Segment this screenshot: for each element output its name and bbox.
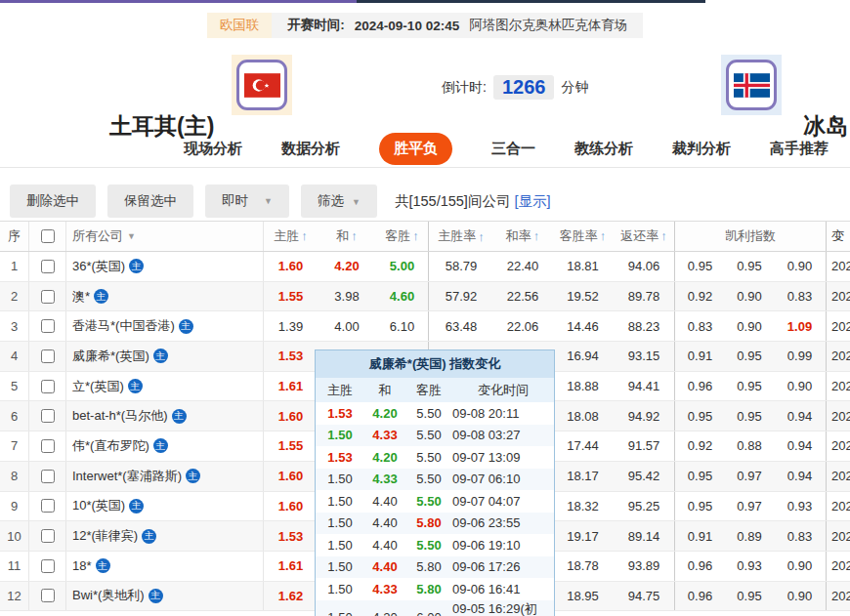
return-rate: 95.42 [614,469,674,483]
col-away-odds[interactable]: 客胜↑ [376,227,428,245]
return-rate: 94.92 [614,409,674,424]
row-checkbox[interactable] [41,589,55,602]
popup-home-odds: 1.50 [316,472,364,486]
row-checkbox[interactable] [41,319,55,333]
return-rate: 91.57 [614,438,674,453]
row-checkbox[interactable] [41,499,55,513]
row-checkbox[interactable] [41,439,55,453]
row-checkbox[interactable] [41,290,55,304]
league-badge[interactable]: 欧国联 [207,13,273,38]
tab-live-analysis[interactable]: 现场分析 [184,140,242,158]
change-time: 2024- [826,401,850,431]
company-cell[interactable]: 10*(英国)主 [66,492,264,521]
row-checkbox-cell [29,282,66,311]
countdown-unit: 分钟 [561,79,588,97]
away-win-rate: 18.32 [552,499,614,513]
company-cell[interactable]: Bwi*(奥地利)主 [66,582,264,611]
company-cell[interactable]: 18*主 [66,552,264,581]
company-home-icon[interactable]: 主 [153,349,168,363]
change-time: 2024- [826,342,850,371]
col-away-rate[interactable]: 客胜率↑ [552,227,614,245]
popup-away-odds: 6.00 [405,610,452,616]
col-draw-odds[interactable]: 和↑ [318,227,376,245]
home-odds: 1.60 [264,409,318,424]
row-checkbox-cell [29,252,66,281]
kelly-draw: 0.97 [725,499,774,513]
tab-data-analysis[interactable]: 数据分析 [281,140,340,158]
company-home-icon[interactable]: 主 [153,438,168,453]
company-home-icon[interactable]: 主 [129,259,144,273]
tab-coach-analysis[interactable]: 教练分析 [574,140,633,158]
company-cell[interactable]: 澳*主 [66,282,264,311]
company-home-icon[interactable]: 主 [186,469,200,483]
popup-row: 1.504.335.5009-08 03:27 [316,425,554,447]
row-checkbox[interactable] [41,380,55,393]
away-odds: 5.00 [376,259,428,273]
odds-change-popup: 威廉希*(英国) 指数变化 主胜 和 客胜 变化时间 1.534.205.500… [315,349,555,616]
row-checkbox-cell [29,521,66,551]
row-checkbox[interactable] [41,349,55,363]
company-cell[interactable]: 香港马*(中国香港)主 [66,311,264,341]
col-home-odds[interactable]: 主胜↑ [264,227,318,245]
popup-away-odds: 5.50 [405,472,452,486]
row-checkbox[interactable] [41,409,55,423]
company-cell[interactable]: 威廉希*(英国)主 [66,342,264,371]
company-cell[interactable]: 12*(菲律宾)主 [66,521,264,551]
turkey-flag-icon [244,73,280,98]
popup-draw-odds: 4.20 [364,406,405,421]
change-time: 2024- [826,252,850,281]
popup-away-odds: 5.80 [405,515,452,530]
company-cell[interactable]: 伟*(直布罗陀)主 [66,431,264,461]
home-flag [232,55,292,115]
chevron-down-icon: ▼ [264,196,273,206]
company-home-icon[interactable]: 主 [142,529,156,544]
popup-away-odds: 5.80 [405,559,452,574]
col-return-rate[interactable]: 返还率↑ [614,227,674,245]
row-checkbox-cell [29,492,66,521]
draw-rate: 22.06 [493,319,552,334]
company-home-icon[interactable]: 主 [96,558,110,573]
company-home-icon[interactable]: 主 [179,319,193,334]
select-all-checkbox[interactable] [41,229,55,243]
company-cell[interactable]: 立*(英国)主 [66,372,264,401]
company-cell[interactable]: 36*(英国)主 [66,252,264,281]
return-rate: 94.06 [614,259,674,273]
company-home-icon[interactable]: 主 [94,289,108,304]
row-checkbox-cell [29,401,66,431]
time-mode-select[interactable]: 即时 ▼ [205,185,289,218]
company-cell[interactable]: Interwet*(塞浦路斯)主 [66,462,264,491]
company-cell[interactable]: bet-at-h*(马尔他)主 [66,401,264,431]
return-rate: 93.15 [614,349,674,363]
company-home-icon[interactable]: 主 [129,499,144,513]
col-kelly-index: 凯利指数 [674,222,826,251]
filter-button[interactable]: 筛选▼ [301,185,377,218]
row-checkbox[interactable] [41,529,55,543]
tab-expert-picks[interactable]: 高手推荐 [770,140,829,158]
col-home-rate[interactable]: 主胜率↑ [428,222,493,251]
row-index: 8 [0,462,29,491]
tab-win-draw-lose[interactable]: 胜平负 [379,133,452,165]
row-checkbox[interactable] [41,559,55,573]
row-checkbox[interactable] [41,260,55,273]
away-odds: 4.60 [376,289,428,304]
keep-selected-button[interactable]: 保留选中 [107,185,193,218]
draw-odds: 4.20 [318,259,376,273]
delete-selected-button[interactable]: 删除选中 [10,185,96,218]
show-link[interactable]: [显示] [514,193,550,209]
company-home-icon[interactable]: 主 [149,589,163,603]
company-name: 威廉希*(英国) [72,348,149,365]
kelly-draw: 0.90 [725,289,774,304]
company-home-icon[interactable]: 主 [172,409,187,424]
row-checkbox[interactable] [41,470,55,483]
col-draw-rate[interactable]: 和率↑ [493,227,552,245]
tab-referee-analysis[interactable]: 裁判分析 [672,140,731,158]
tab-three-in-one[interactable]: 三合一 [491,140,535,158]
row-index: 5 [0,372,29,401]
change-time: 2024- [826,492,850,521]
popup-away-odds: 5.50 [405,494,452,509]
away-flag [721,55,782,115]
sort-up-icon: ↑ [660,228,667,243]
kelly-home: 0.92 [674,431,725,461]
col-company[interactable]: 所有公司▼ [66,222,264,251]
company-home-icon[interactable]: 主 [128,379,143,393]
